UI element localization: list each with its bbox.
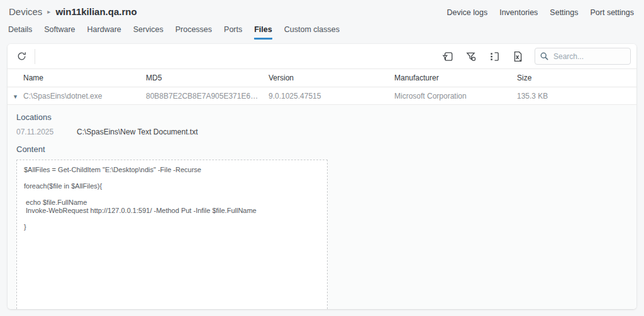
filter-panel-button[interactable] xyxy=(441,50,455,63)
breadcrumb-arrow-icon: ▸ xyxy=(47,8,50,15)
refresh-icon xyxy=(16,51,27,62)
column-header-manufacturer[interactable]: Manufacturer xyxy=(394,74,517,82)
locations-title: Locations xyxy=(16,112,628,122)
search-box xyxy=(535,48,631,65)
tab-bar: Details Software Hardware Services Proce… xyxy=(0,25,644,40)
file-version-cell: 9.0.1025.47515 xyxy=(269,92,394,101)
tab-services[interactable]: Services xyxy=(133,25,164,40)
column-chooser-button[interactable] xyxy=(487,50,501,63)
row-detail: Locations 07.11.2025 C:\SpasEins\New Tex… xyxy=(8,105,636,309)
column-chooser-icon xyxy=(489,51,500,62)
topbar: Devices ▸ win11kilian.qa.rno Device logs… xyxy=(0,0,644,17)
content-title: Content xyxy=(16,144,628,154)
file-content-box: $AllFiles = Get-ChildItem "E:\Desktop\nd… xyxy=(16,160,328,309)
tab-custom-classes[interactable]: Custom classes xyxy=(284,25,340,40)
export-excel-button[interactable] xyxy=(511,50,525,63)
search-icon xyxy=(540,52,549,61)
column-header-md5[interactable]: MD5 xyxy=(146,74,269,82)
breadcrumb-devices[interactable]: Devices xyxy=(9,6,42,17)
filter-panel-icon xyxy=(442,51,453,62)
file-manufacturer-cell: Microsoft Corporation xyxy=(394,92,517,101)
table-row[interactable]: ▼ C:\SpasEins\dotnet.exe 80B8B7E2CB8E7A9… xyxy=(8,87,636,105)
files-panel: Name MD5 Version Manufacturer Size ▼ C:\… xyxy=(8,44,636,309)
tab-software[interactable]: Software xyxy=(44,25,75,40)
tab-ports[interactable]: Ports xyxy=(224,25,242,40)
file-md5-cell: 80B8B7E2CB8E7A905E371E6D4741E3D2 xyxy=(146,92,269,101)
table-header: Name MD5 Version Manufacturer Size xyxy=(8,68,636,87)
location-date: 07.11.2025 xyxy=(16,128,77,136)
toolbar-divider xyxy=(35,49,35,64)
location-path: C:\SpasEins\New Text Document.txt xyxy=(77,128,198,136)
column-header-version[interactable]: Version xyxy=(269,74,394,82)
link-device-logs[interactable]: Device logs xyxy=(447,8,488,17)
link-settings[interactable]: Settings xyxy=(550,8,578,17)
tab-processes[interactable]: Processes xyxy=(175,25,212,40)
file-name-cell: C:\SpasEins\dotnet.exe xyxy=(23,92,146,101)
collapse-row-icon[interactable]: ▼ xyxy=(13,94,18,100)
grid-toolbar xyxy=(8,44,636,68)
file-size-cell: 135.3 KB xyxy=(517,92,636,101)
link-port-settings[interactable]: Port settings xyxy=(591,8,634,17)
refresh-button[interactable] xyxy=(15,50,28,63)
tab-files[interactable]: Files xyxy=(254,25,272,40)
export-excel-icon xyxy=(512,51,523,62)
column-header-name[interactable]: Name xyxy=(23,74,146,82)
location-row: 07.11.2025 C:\SpasEins\New Text Document… xyxy=(16,128,628,136)
filter-builder-button[interactable] xyxy=(464,50,478,63)
column-header-size[interactable]: Size xyxy=(517,74,636,82)
tab-details[interactable]: Details xyxy=(8,25,32,40)
link-inventories[interactable]: Inventories xyxy=(499,8,538,17)
breadcrumb: Devices ▸ win11kilian.qa.rno xyxy=(9,6,137,17)
top-links: Device logs Inventories Settings Port se… xyxy=(447,6,634,17)
filter-builder-icon xyxy=(465,51,477,62)
breadcrumb-device-name: win11kilian.qa.rno xyxy=(55,6,136,17)
tab-hardware[interactable]: Hardware xyxy=(87,25,121,40)
